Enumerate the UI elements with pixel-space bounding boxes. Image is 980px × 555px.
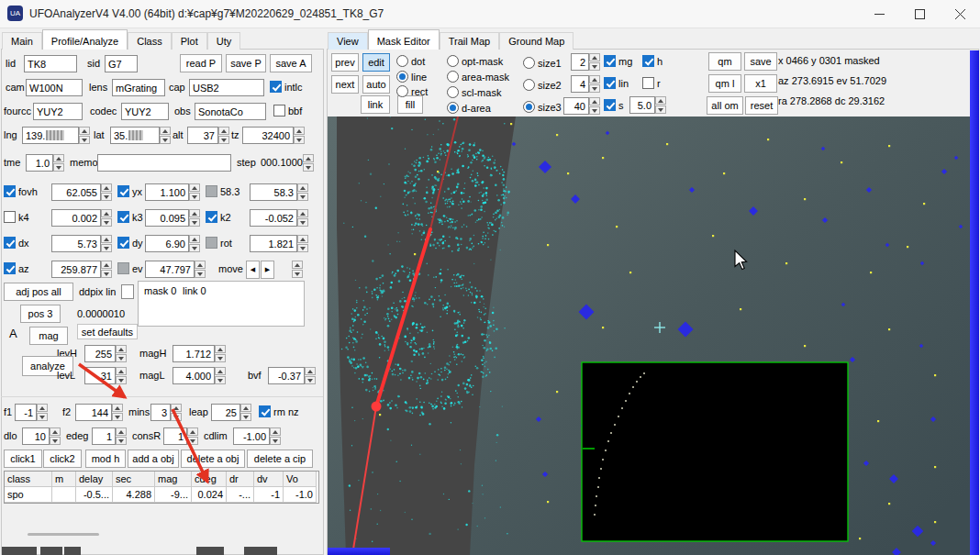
set-defaults-button[interactable]: set defaults: [77, 324, 138, 339]
consr-spinner[interactable]: [187, 427, 198, 445]
yx-spinner[interactable]: [189, 183, 200, 201]
obs-field[interactable]: SonotaCo: [195, 103, 266, 120]
mins-spinner[interactable]: [171, 404, 182, 421]
dy-spinner[interactable]: [189, 235, 200, 252]
edit-button[interactable]: edit: [362, 53, 390, 72]
k2-spinner[interactable]: [297, 209, 308, 227]
tz-field[interactable]: 32400: [242, 127, 294, 144]
lens-field[interactable]: mGrating: [112, 79, 165, 96]
link-button[interactable]: link: [361, 95, 390, 114]
adj-pos-all-button[interactable]: adj pos all: [4, 283, 73, 301]
maximize-button[interactable]: [899, 0, 940, 28]
levl-field[interactable]: 31: [84, 367, 116, 384]
line-radio[interactable]: [396, 71, 408, 83]
fovh-checkbox[interactable]: [4, 185, 16, 197]
move-spinner[interactable]: [292, 261, 303, 278]
rot-checkbox[interactable]: [206, 237, 217, 249]
atc-spinner[interactable]: [297, 183, 308, 201]
size1-spinner[interactable]: [589, 53, 600, 71]
rm-nz-checkbox[interactable]: [259, 405, 271, 417]
k3-field[interactable]: 0.095: [145, 209, 189, 227]
cell-dv[interactable]: -1: [254, 487, 284, 503]
area-mask-radio[interactable]: [447, 71, 459, 83]
col-header-m[interactable]: m: [52, 472, 76, 487]
lat-spinner[interactable]: [160, 127, 171, 144]
rect-radio[interactable]: [396, 85, 408, 97]
dy-checkbox[interactable]: [117, 237, 129, 249]
mg-checkbox[interactable]: [604, 55, 616, 67]
ev-field[interactable]: 47.797: [145, 261, 195, 278]
dx-checkbox[interactable]: [4, 237, 16, 249]
h-checkbox[interactable]: [642, 55, 654, 67]
alt-field[interactable]: 37: [187, 127, 218, 144]
yx-checkbox[interactable]: [117, 185, 129, 197]
col-header-vo[interactable]: Vo: [284, 472, 317, 487]
k4-spinner[interactable]: [101, 209, 112, 227]
intlc-checkbox[interactable]: [270, 81, 282, 93]
fovh-field[interactable]: 62.055: [51, 183, 101, 201]
scl-mask-radio[interactable]: [447, 86, 459, 98]
table-row[interactable]: spo -0.5... 4.288 -9... 0.024 -... -1 -1…: [5, 487, 318, 503]
tab-ground-map[interactable]: Ground Map: [499, 32, 574, 50]
minimize-button[interactable]: [859, 0, 899, 28]
edeg-field[interactable]: 1: [92, 427, 116, 445]
tab-plot[interactable]: Plot: [172, 32, 207, 50]
cell-sec[interactable]: 4.288: [113, 487, 155, 503]
k3-spinner[interactable]: [189, 209, 200, 227]
lng-field[interactable]: 139.: [22, 127, 79, 144]
tab-mask-editor[interactable]: Mask Editor: [368, 29, 440, 50]
dot-radio[interactable]: [396, 55, 408, 67]
save-a-button[interactable]: save A: [270, 54, 312, 72]
lat-field[interactable]: 35.: [110, 127, 160, 144]
sid-field[interactable]: G7: [105, 55, 138, 72]
col-header-dr[interactable]: dr: [227, 472, 254, 487]
atc-field[interactable]: 58.3: [250, 183, 297, 201]
move-right-button[interactable]: ▶: [261, 261, 274, 279]
r-checkbox[interactable]: [642, 77, 654, 89]
k2-field[interactable]: -0.052: [250, 209, 297, 227]
edeg-spinner[interactable]: [116, 427, 127, 445]
bbf-checkbox[interactable]: [273, 105, 285, 117]
cam-field[interactable]: W100N: [26, 79, 83, 96]
atc-checkbox[interactable]: [206, 185, 217, 197]
alt-spinner[interactable]: [218, 127, 229, 144]
fill-button[interactable]: fill: [397, 95, 423, 114]
cdlim-field[interactable]: -1.00: [233, 427, 270, 445]
bvf-field[interactable]: -0.37: [268, 367, 305, 384]
fourcc-field[interactable]: YUY2: [33, 103, 83, 120]
levh-spinner[interactable]: [116, 345, 127, 362]
magl-field[interactable]: 4.000: [173, 367, 215, 384]
tme-spinner[interactable]: [53, 154, 64, 172]
magh-field[interactable]: 1.712: [173, 345, 215, 362]
ddpix-field[interactable]: [121, 284, 134, 299]
size1-radio[interactable]: [523, 57, 535, 69]
image-vertical-scrollbar[interactable]: [970, 50, 979, 555]
rot-field[interactable]: 1.821: [250, 235, 297, 252]
qm-l-button[interactable]: qm l: [708, 74, 741, 93]
size3-spinner[interactable]: [589, 97, 600, 115]
left-hscrollbar-thumb[interactable]: [28, 533, 99, 536]
click1-button[interactable]: click1: [4, 450, 42, 468]
levh-field[interactable]: 255: [84, 345, 116, 362]
leap-spinner[interactable]: [240, 404, 251, 421]
f1-spinner[interactable]: [37, 404, 48, 421]
object-table[interactable]: class m delay sec mag cdeg dr dv Vo spo …: [4, 471, 319, 504]
cell-m[interactable]: [52, 487, 76, 503]
size2-spinner[interactable]: [589, 75, 600, 93]
leap-field[interactable]: 25: [211, 404, 240, 421]
codec-field[interactable]: YUY2: [121, 103, 169, 120]
cap-field[interactable]: USB2: [189, 79, 264, 96]
s-checkbox[interactable]: [604, 99, 616, 111]
cell-mag[interactable]: -9...: [155, 487, 192, 503]
col-header-sec[interactable]: sec: [113, 472, 155, 487]
dlo-field[interactable]: 10: [22, 427, 50, 445]
s-spinner[interactable]: [655, 96, 666, 114]
lng-spinner[interactable]: [79, 127, 90, 144]
cdlim-spinner[interactable]: [270, 427, 281, 445]
tme-field[interactable]: 1.0: [26, 154, 53, 172]
close-button[interactable]: [940, 0, 980, 28]
tab-main[interactable]: Main: [2, 32, 42, 50]
col-header-delay[interactable]: delay: [76, 472, 113, 487]
lid-field[interactable]: TK8: [24, 55, 77, 72]
tab-view[interactable]: View: [328, 32, 368, 50]
